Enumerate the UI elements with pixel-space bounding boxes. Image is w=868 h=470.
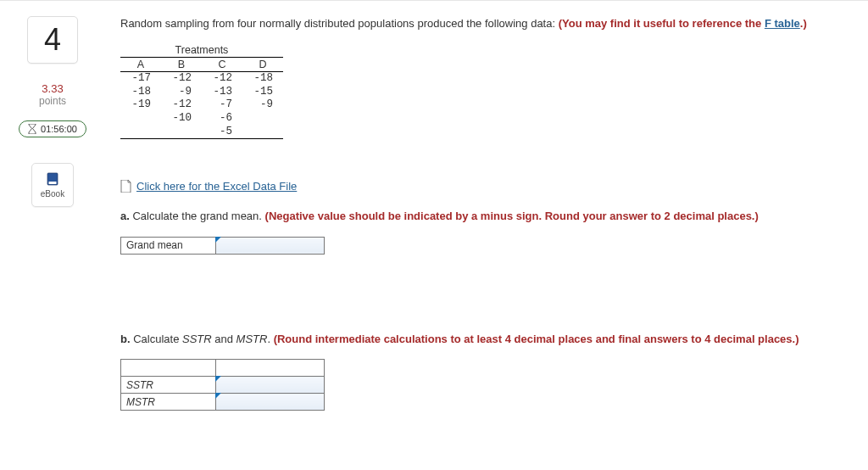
part-a-prompt: a. Calculate the grand mean. (Negative v…: [120, 208, 858, 225]
excel-file-link[interactable]: Click here for the Excel Data File: [136, 180, 297, 193]
treatments-table: Treatments A B C D -17-12-12-18 -18-9-13…: [120, 43, 283, 139]
part-b-text-pre: Calculate: [131, 333, 182, 345]
col-header: C: [202, 58, 242, 72]
part-b-prompt: b. Calculate SSTR and MSTR. (Round inter…: [120, 331, 858, 348]
table-row: -18-9-13-15: [120, 86, 283, 99]
part-b-mstr: MSTR: [236, 333, 268, 345]
timer-pill: 01:56:00: [19, 120, 86, 137]
col-header: A: [120, 58, 161, 72]
table-row: -5: [120, 126, 283, 139]
grand-mean-label: Grand mean: [121, 237, 216, 254]
table-row: -10-6: [120, 112, 283, 126]
part-a-hint: (Negative value should be indicated by a…: [265, 210, 759, 222]
points-label: points: [39, 95, 66, 107]
mstr-cell[interactable]: [216, 394, 325, 411]
mstr-input[interactable]: [216, 394, 324, 410]
grand-mean-input[interactable]: [216, 238, 324, 254]
part-a-label: a.: [120, 210, 130, 222]
book-icon: [47, 172, 58, 186]
prompt-hint-prefix: (You may find it useful to reference the: [559, 17, 765, 30]
part-b-label: b.: [120, 333, 131, 345]
sstr-cell[interactable]: [216, 377, 325, 394]
question-prompt: Random sampling from four normally distr…: [120, 16, 858, 31]
question-number: 4: [27, 16, 78, 64]
hourglass-icon: [28, 124, 36, 134]
ebook-label: eBook: [41, 189, 64, 199]
sstr-label: SSTR: [121, 377, 216, 394]
mstr-label: MSTR: [121, 394, 216, 411]
part-a-text: Calculate the grand mean.: [130, 210, 265, 222]
ebook-button[interactable]: eBook: [31, 163, 74, 207]
table-row: -19-12-7-9: [120, 98, 283, 112]
part-b-sstr: SSTR: [182, 333, 212, 345]
sstr-mstr-table: SSTR MSTR: [120, 359, 325, 411]
part-b-hint: (Round intermediate calculations to at l…: [274, 333, 799, 345]
svg-rect-1: [49, 182, 57, 184]
table-title: Treatments: [120, 43, 283, 58]
col-header: D: [242, 58, 283, 72]
part-b-period: .: [267, 333, 273, 345]
timer-value: 01:56:00: [41, 124, 77, 134]
grand-mean-cell[interactable]: [216, 237, 325, 254]
sstr-input[interactable]: [216, 377, 324, 393]
table-row: -17-12-12-18: [120, 72, 283, 86]
f-table-link[interactable]: F table: [765, 17, 800, 30]
file-icon: [120, 180, 131, 193]
prompt-text: Random sampling from four normally distr…: [120, 17, 559, 30]
grand-mean-table: Grand mean: [120, 237, 325, 255]
prompt-hint-suffix: .): [800, 17, 807, 30]
col-header: B: [161, 58, 202, 72]
part-b-and: and: [212, 333, 236, 345]
points-value: 3.33: [42, 82, 63, 95]
